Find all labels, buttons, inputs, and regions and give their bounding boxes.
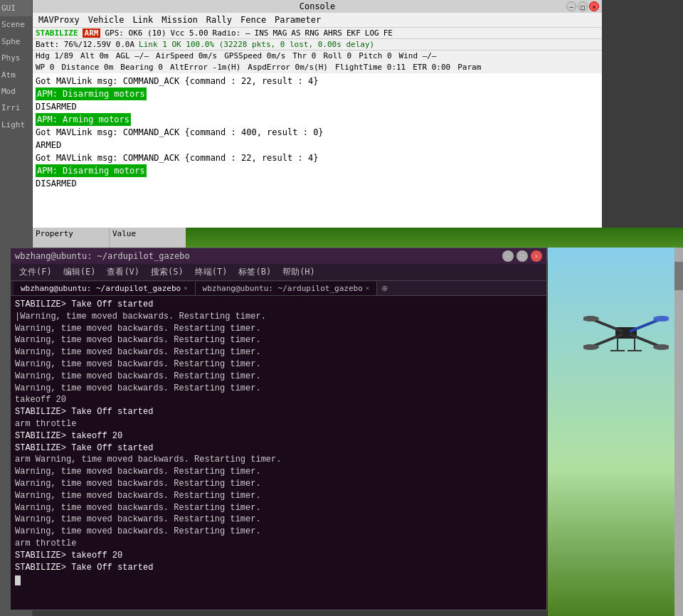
menu-rally[interactable]: Rally xyxy=(202,14,236,26)
hud-pitch: Pitch 0 xyxy=(359,51,391,60)
hud-flighttime: FlightTime 0:11 xyxy=(335,63,406,72)
sidebar-item-phys[interactable]: Phys xyxy=(0,50,32,66)
terminal-titlebar: wbzhang@ubuntu: ~/ardupilot_gazebo – □ × xyxy=(11,248,546,264)
term-line-22: STABILIZE> Take Off started xyxy=(15,562,542,574)
drone-svg xyxy=(583,304,669,361)
terminal-menu-view[interactable]: 查看(V) xyxy=(101,265,145,280)
log-line-1: APM: Disarming motors xyxy=(36,87,599,100)
drone-view-scrollbar[interactable] xyxy=(674,248,683,616)
console-titlebar: Console – □ × xyxy=(33,0,602,13)
term-line-19: Warning, time moved backwards. Restartin… xyxy=(15,526,542,538)
hud-agl: AGL –/– xyxy=(116,51,149,60)
hud-param: Param xyxy=(457,63,481,72)
term-line-13: arm Warning, time moved backwards. Resta… xyxy=(15,454,542,466)
terminal-tab-0-close[interactable]: × xyxy=(184,285,187,292)
terminal-close-button[interactable]: × xyxy=(531,250,542,262)
terminal-menu-search[interactable]: 搜索(S) xyxy=(145,265,189,280)
hud-bar-2: WP 0 Distance 0m Bearing 0 AltError -1m(… xyxy=(33,62,602,73)
sidebar-item-light[interactable]: Light xyxy=(0,117,32,133)
window-controls: – □ × xyxy=(566,1,599,11)
hud-distance: Distance 0m xyxy=(62,63,114,72)
term-cursor-line xyxy=(15,573,542,585)
scrollbar-thumb[interactable] xyxy=(674,262,683,290)
terminal-menu-file[interactable]: 文件(F) xyxy=(14,265,58,280)
terminal-tab-0[interactable]: wbzhang@ubuntu: ~/ardupilot_gazebo × xyxy=(14,282,196,295)
status-link: Link 1 OK 100.0% (32228 pkts, 0 lost, 0.… xyxy=(139,40,374,49)
term-line-15: Warning, time moved backwards. Restartin… xyxy=(15,478,542,490)
term-line-3: Warning, time moved backwards. Restartin… xyxy=(15,334,542,346)
terminal-tab-1[interactable]: wbzhang@ubuntu: ~/ardupilot_gazebo × xyxy=(196,282,378,295)
drone-view xyxy=(548,248,683,616)
terminal-content[interactable]: STABILIZE> Take Off started |Warning, ti… xyxy=(11,296,546,610)
sidebar-item-atm[interactable]: Atm xyxy=(0,67,32,83)
status-bar-2: Batt: 76%/12.59V 0.0A Link 1 OK 100.0% (… xyxy=(33,39,602,51)
minimize-button[interactable]: – xyxy=(566,1,576,11)
log-disarm-2: APM: Disarming motors xyxy=(36,164,147,177)
status-log: LOG xyxy=(365,28,379,38)
terminal-tab-1-label: wbzhang@ubuntu: ~/ardupilot_gazebo xyxy=(203,284,363,293)
hud-roll: Roll 0 xyxy=(323,51,351,60)
hud-gpsspeed: GPSSpeed 0m/s xyxy=(224,51,285,60)
term-line-5: Warning, time moved backwards. Restartin… xyxy=(15,359,542,371)
term-line-8: takeoff 20 xyxy=(15,394,542,406)
sidebar-item-irri[interactable]: Irri xyxy=(0,100,32,116)
log-line-7: APM: Disarming motors xyxy=(36,164,599,177)
term-line-16: Warning, time moved backwards. Restartin… xyxy=(15,490,542,502)
sidebar-item-mod[interactable]: Mod xyxy=(0,83,32,100)
term-line-9: STABILIZE> Take Off started xyxy=(15,406,542,418)
menu-mission[interactable]: Mission xyxy=(157,14,202,26)
status-gps: GPS: OK6 (10) xyxy=(105,28,166,38)
terminal-title: wbzhang@ubuntu: ~/ardupilot_gazebo xyxy=(15,251,190,261)
terminal-tabs-bar: wbzhang@ubuntu: ~/ardupilot_gazebo × wbz… xyxy=(11,281,546,296)
menu-mavproxy[interactable]: MAVProxy xyxy=(34,14,84,26)
terminal-tab-1-close[interactable]: × xyxy=(366,285,369,292)
status-fe: FE xyxy=(383,28,393,38)
close-button[interactable]: × xyxy=(589,1,599,11)
menu-parameter[interactable]: Parameter xyxy=(270,14,325,26)
term-line-12: STABILIZE> Take Off started xyxy=(15,442,542,455)
terminal-menu-help[interactable]: 帮助(H) xyxy=(277,265,321,280)
log-line-2: DISARMED xyxy=(36,100,599,113)
hud-alt: Alt 0m xyxy=(80,51,109,60)
term-line-20: arm throttle xyxy=(15,538,542,550)
sidebar-item-scene[interactable]: Scene xyxy=(0,16,32,33)
maximize-button[interactable]: □ xyxy=(578,1,588,11)
log-line-4: Got MAVLink msg: COMMAND_ACK {command : … xyxy=(36,126,599,139)
log-line-0: Got MAVLink msg: COMMAND_ACK {command : … xyxy=(36,75,599,87)
status-rng: RNG xyxy=(305,28,319,38)
log-line-6: Got MAVLink msg: COMMAND_ACK {command : … xyxy=(36,152,599,164)
terminal-window-controls: – □ × xyxy=(502,250,542,262)
status-vcc: Vcc 5.00 xyxy=(171,28,208,38)
status-radio: Radio: – xyxy=(213,28,250,38)
term-line-18: Warning, time moved backwards. Restartin… xyxy=(15,514,542,526)
terminal-tab-0-label: wbzhang@ubuntu: ~/ardupilot_gazebo xyxy=(21,284,181,293)
hud-bar-1: Hdg 1/89 Alt 0m AGL –/– AirSpeed 0m/s GP… xyxy=(33,51,602,62)
menu-link[interactable]: Link xyxy=(128,14,157,26)
term-line-4: Warning, time moved backwards. Restartin… xyxy=(15,346,542,359)
terminal-menu-edit[interactable]: 编辑(E) xyxy=(58,265,102,280)
status-bar-1: STABILIZE ARM GPS: OK6 (10) Vcc 5.00 Rad… xyxy=(33,28,602,39)
log-line-8: DISARMED xyxy=(36,177,599,190)
console-log: Got MAVLink msg: COMMAND_ACK {command : … xyxy=(33,73,602,191)
terminal-menu-terminal[interactable]: 终端(T) xyxy=(189,265,233,280)
sidebar-item-gui[interactable]: GUI xyxy=(0,0,32,16)
menu-vehicle[interactable]: Vehicle xyxy=(84,14,129,26)
mavproxy-console: Console – □ × MAVProxy Vehicle Link Miss… xyxy=(33,0,602,228)
drone-container xyxy=(583,304,669,363)
menu-fence[interactable]: Fence xyxy=(236,14,270,26)
log-disarm-1: APM: Disarming motors xyxy=(36,87,147,100)
terminal-maximize-button[interactable]: □ xyxy=(517,250,528,262)
terminal-menu-tabs[interactable]: 标签(B) xyxy=(233,265,277,280)
term-line-21: STABILIZE> takeoff 20 xyxy=(15,550,542,562)
terminal-add-tab-button[interactable]: ⊕ xyxy=(377,281,391,295)
log-line-3: APM: Arming motors xyxy=(36,113,599,126)
status-as: AS xyxy=(291,28,300,38)
terminal-cursor xyxy=(15,575,21,585)
terminal-minimize-button[interactable]: – xyxy=(502,250,514,262)
hud-hdg: Hdg 1/89 xyxy=(36,51,73,60)
sidebar-item-sphe[interactable]: Sphe xyxy=(0,33,32,50)
hud-airspeed: AirSpeed 0m/s xyxy=(156,51,217,60)
hud-alterror: AltError -1m(H) xyxy=(170,63,240,72)
terminal-menubar: 文件(F) 编辑(E) 查看(V) 搜索(S) 终端(T) 标签(B) 帮助(H… xyxy=(11,264,546,281)
status-batt: Batt: 76%/12.59V 0.0A xyxy=(36,40,134,49)
